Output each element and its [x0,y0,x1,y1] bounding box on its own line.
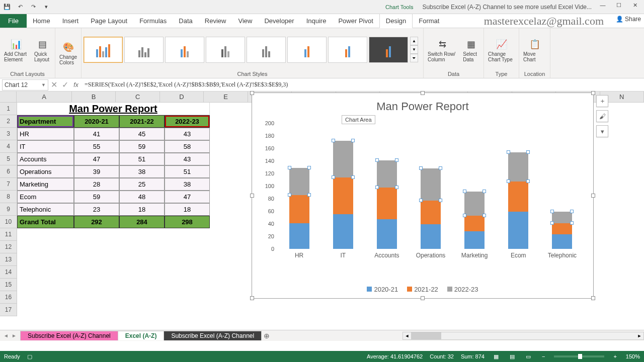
bar-IT[interactable] [321,123,365,249]
zoom-out-button[interactable]: − [540,353,547,359]
bar-Accounts[interactable] [365,123,409,249]
series-selection-handle[interactable] [351,139,355,142]
row-header-7[interactable]: 7 [0,178,17,191]
worksheet-grid[interactable]: ABCDEFGHIJKLMN 1234567891011121314151617… [0,92,644,347]
series-selection-handle[interactable] [288,193,291,197]
tab-insert[interactable]: Insert [56,14,85,28]
series-selection-handle[interactable] [439,199,442,202]
series-selection-handle[interactable] [526,179,530,183]
tab-format[interactable]: Format [413,14,445,28]
bar-Ecom[interactable] [497,123,540,249]
bar-segment[interactable] [333,177,353,215]
bar-segment[interactable] [552,234,572,249]
bar-segment[interactable] [377,188,397,220]
chart-style-2[interactable] [124,37,164,63]
tab-review[interactable]: Review [199,14,232,28]
bar-segment[interactable] [464,231,485,249]
bar-segment[interactable] [333,214,353,249]
chart-plot-area[interactable] [277,123,584,249]
file-tab[interactable]: File [0,14,27,28]
view-page-layout-icon[interactable]: ▤ [508,353,517,360]
series-selection-handle[interactable] [375,186,379,189]
series-selection-handle[interactable] [570,221,574,225]
cell-dept[interactable]: Marketing [17,178,74,191]
series-selection-handle[interactable] [463,214,466,217]
cell-value[interactable]: 41 [74,128,119,140]
series-selection-handle[interactable] [375,158,379,162]
series-selection-handle[interactable] [351,175,355,179]
tab-view[interactable]: View [232,14,258,28]
cell-value[interactable]: 51 [165,165,210,178]
row-header-10[interactable]: 10 [0,216,17,228]
maximize-icon[interactable]: ☐ [612,2,626,12]
zoom-in-button[interactable]: + [611,353,618,359]
series-selection-handle[interactable] [395,186,398,189]
hscroll-thumb[interactable] [411,332,441,339]
cell-value[interactable]: 58 [165,140,210,153]
cell-value[interactable]: 18 [119,203,165,216]
cell-dept[interactable]: Accounts [17,153,74,165]
cell-dept[interactable]: HR [17,128,74,140]
bar-Operations[interactable] [409,123,452,249]
chart-handle-w[interactable] [250,194,254,198]
chart-handle-se[interactable] [591,296,595,300]
series-selection-handle[interactable] [395,158,398,162]
select-data-button[interactable]: ▦Select Data [461,36,481,63]
hscroll-left-icon[interactable]: ◄ [403,333,411,338]
chart-handle-sw[interactable] [250,296,254,300]
sheet-nav-prev-icon[interactable]: ◄ [2,333,10,338]
cell-value[interactable]: 28 [74,178,119,191]
cell-value[interactable]: 43 [165,153,210,165]
name-box[interactable]: Chart 12▼ [2,79,48,90]
chart-style-7[interactable] [328,37,367,63]
chart-handle-e[interactable] [591,194,595,198]
series-selection-handle[interactable] [570,210,574,213]
chart-style-4[interactable] [206,37,245,63]
row-header-6[interactable]: 6 [0,165,17,178]
series-selection-handle[interactable] [307,166,311,169]
series-selection-handle[interactable] [419,199,423,202]
tab-inquire[interactable]: Inquire [300,14,333,28]
sheet-tab-2[interactable]: Excel (A-Z) [118,331,165,340]
bar-segment[interactable] [552,212,572,223]
bar-segment[interactable] [508,152,528,182]
formula-input[interactable]: =SERIES('Excel (A-Z)'!$E$2,'Excel (A-Z)'… [82,81,644,88]
bar-segment[interactable] [289,223,309,249]
chart-handle-n[interactable] [421,91,425,95]
formula-accept-icon[interactable]: ✓ [59,80,70,89]
style-scroll-more[interactable]: ⏷ [410,54,418,62]
bar-segment[interactable] [508,182,528,212]
series-selection-handle[interactable] [507,150,510,154]
cell-dept[interactable]: Telephonic [17,203,74,216]
series-selection-handle[interactable] [439,166,442,170]
hscroll-right-icon[interactable]: ► [635,333,643,338]
col-header-A[interactable]: A [17,92,72,102]
style-scroll-down[interactable]: ▼ [410,45,418,54]
sheet-nav-next-icon[interactable]: ► [10,333,18,338]
chart-elements-button[interactable]: ＋ [596,95,608,107]
change-colors-button[interactable]: 🎨Change Colors [57,39,79,66]
bar-segment[interactable] [508,212,528,249]
cell-value[interactable]: 45 [119,128,165,140]
cell-value[interactable]: 51 [119,153,165,165]
bar-segment[interactable] [333,141,353,177]
series-selection-handle[interactable] [507,179,510,183]
series-selection-handle[interactable] [550,210,554,213]
row-header-3[interactable]: 3 [0,128,17,140]
sheet-tab-3[interactable]: Subscribe Excel (A-Z) Channel [164,331,262,340]
row-header-2[interactable]: 2 [0,115,17,128]
share-button[interactable]: 👤Share [616,16,641,23]
col-header-C[interactable]: C [116,92,159,102]
view-normal-icon[interactable]: ▦ [492,353,501,360]
col-header-E[interactable]: E [204,92,248,102]
chart-style-6[interactable] [287,37,327,63]
select-all-corner[interactable] [0,92,17,102]
row-header-16[interactable]: 16 [0,291,17,304]
chart-object[interactable]: Man Power Report Chart Area 020406080100… [252,93,594,299]
row-header-15[interactable]: 15 [0,279,17,291]
bar-Telephonic[interactable] [540,123,584,249]
cell-value[interactable]: 55 [74,140,119,153]
cell-value[interactable]: 39 [74,165,119,178]
name-box-dropdown-icon[interactable]: ▼ [41,82,46,87]
bar-segment[interactable] [377,219,397,249]
